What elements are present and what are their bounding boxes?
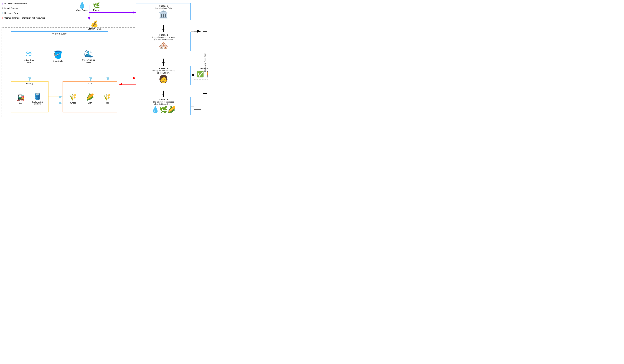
legend: ↓ Updating Statistical Date ↓ Model Proc… bbox=[1, 1, 49, 21]
arrow-purple-icon: ↓ bbox=[1, 1, 3, 5]
phase4-title: Phase. 4 bbox=[138, 98, 189, 101]
corn-label: Corn bbox=[88, 102, 92, 104]
food-title: Food bbox=[63, 82, 117, 86]
phase2-box: Phase. 2 Update the demand of users(5 ma… bbox=[136, 32, 191, 51]
phase4-subtitle: The amount of resourcesallocated to each… bbox=[138, 101, 189, 105]
resources-icon: 💧🌿🌽 bbox=[151, 106, 176, 114]
yellow-river-label: Yellow RiverWater bbox=[24, 59, 34, 64]
yellow-river-item: ≋ Yellow RiverWater bbox=[24, 49, 34, 64]
legend-label-resource: Resource Flow bbox=[4, 12, 18, 14]
wheat-icon: 🌾 bbox=[69, 93, 77, 101]
yellow-river-icon: ≋ bbox=[26, 49, 32, 58]
legend-item-model: ↓ Model Process bbox=[1, 6, 49, 10]
phase3-box: Phase. 3 Managerial decision making(1 de… bbox=[136, 66, 191, 85]
corn-icon: 🌽 bbox=[86, 93, 94, 101]
arrow-black-icon: ↓ bbox=[1, 6, 3, 10]
unconventional-icon: 🌊 bbox=[84, 49, 93, 58]
water-drop-icon: 💧 bbox=[78, 1, 86, 9]
wheat-label: Wheat bbox=[70, 102, 76, 104]
energy-title: Energy bbox=[11, 82, 48, 86]
phase1-box: Phase. 1 Updating Input Data 🏛️ bbox=[136, 3, 191, 20]
phase4-box: Phase. 4 The amount of resourcesallocate… bbox=[136, 97, 191, 115]
corn-item: 🌽 Corn bbox=[86, 93, 94, 104]
phase3-title: Phase. 3 bbox=[138, 67, 189, 70]
coal-label: Coal bbox=[19, 102, 22, 104]
money-bag-icon: 💰 bbox=[91, 20, 98, 28]
rice-item: 🌾 Rice bbox=[103, 93, 111, 104]
water-source-box: Water Source ≋ Yellow RiverWater 🪣 Groun… bbox=[11, 31, 108, 78]
legend-label-updating: Updating Statistical Date bbox=[4, 2, 26, 4]
rice-icon: 🌾 bbox=[103, 93, 111, 101]
unconventional-item: 🌊 Unconventionalwater bbox=[82, 49, 95, 63]
arrow-red-icon: ↓ bbox=[1, 16, 3, 20]
water-source-content: ≋ Yellow RiverWater 🪣 Groundwater 🌊 Unco… bbox=[11, 36, 108, 76]
phase3-icon-area: 🧑 bbox=[138, 75, 189, 83]
water-source-top-label: Water Source bbox=[76, 9, 88, 11]
legend-item-resource: ↓ Resource Flow bbox=[1, 11, 49, 15]
top-icons-area: 💧 Water Source 🌿 Energy bbox=[76, 1, 100, 11]
water-source-top-icon: 💧 Water Source bbox=[76, 1, 88, 11]
phase3-subtitle: Managerial decision making(1 department) bbox=[138, 70, 189, 74]
legend-item-updating: ↓ Updating Statistical Date bbox=[1, 1, 49, 5]
manager-icon: 🧑 bbox=[159, 75, 168, 83]
coal-chemical-label: Coal chemicalproducts bbox=[32, 101, 43, 105]
next-year-label: Beginning Next Year bbox=[203, 31, 207, 94]
houses-icon: 🏘️ bbox=[159, 41, 168, 50]
food-box: Food 🌾 Wheat 🌽 Corn 🌾 Rice bbox=[63, 81, 117, 113]
phase1-subtitle: Updating Input Data bbox=[138, 7, 189, 9]
diagram-container: ↓ Updating Statistical Date ↓ Model Proc… bbox=[0, 0, 208, 121]
capitol-icon: 🏛️ bbox=[159, 10, 168, 19]
phase2-subtitle: Update the demand of users(5 major depar… bbox=[138, 36, 189, 41]
coal-icon: 🚂 bbox=[17, 93, 25, 101]
groundwater-item: 🪣 Groundwater bbox=[53, 50, 63, 62]
unconventional-label: Unconventionalwater bbox=[82, 59, 95, 63]
food-content: 🌾 Wheat 🌽 Corn 🌾 Rice bbox=[63, 86, 117, 112]
legend-item-user: ↓ User and manager interaction with reso… bbox=[1, 16, 49, 20]
water-source-title: Water Source bbox=[11, 32, 108, 36]
phase2-title: Phase. 2 bbox=[138, 34, 189, 36]
energy-emoji-icon: 🌿 bbox=[93, 2, 100, 9]
energy-top-label: Energy bbox=[93, 9, 100, 11]
phase1-icon-area: 🏛️ bbox=[138, 10, 189, 19]
wheat-item: 🌾 Wheat bbox=[69, 93, 77, 104]
energy-content: 🚂 Coal 🛢️ Coal chemicalproducts bbox=[11, 86, 48, 112]
energy-top-icon: 🌿 Energy bbox=[93, 2, 100, 11]
phase4-icon-area: 💧🌿🌽 bbox=[138, 106, 189, 114]
legend-label-model: Model Process bbox=[4, 7, 18, 9]
groundwater-label: Groundwater bbox=[53, 60, 63, 62]
coal-item: 🚂 Coal bbox=[17, 93, 25, 104]
phase2-icon-area: 🏘️ bbox=[138, 41, 189, 50]
coal-chemical-icon: 🛢️ bbox=[33, 92, 42, 100]
legend-label-user: User and manager interaction with resour… bbox=[4, 17, 45, 19]
groundwater-icon: 🪣 bbox=[53, 50, 63, 59]
energy-box: Energy 🚂 Coal 🛢️ Coal chemicalproducts bbox=[11, 81, 49, 113]
arrow-cyan-icon: ↓ bbox=[1, 11, 3, 15]
coal-chemical-item: 🛢️ Coal chemicalproducts bbox=[32, 92, 43, 105]
phase1-title: Phase. 1 bbox=[138, 5, 189, 7]
rice-label: Rice bbox=[105, 102, 109, 104]
